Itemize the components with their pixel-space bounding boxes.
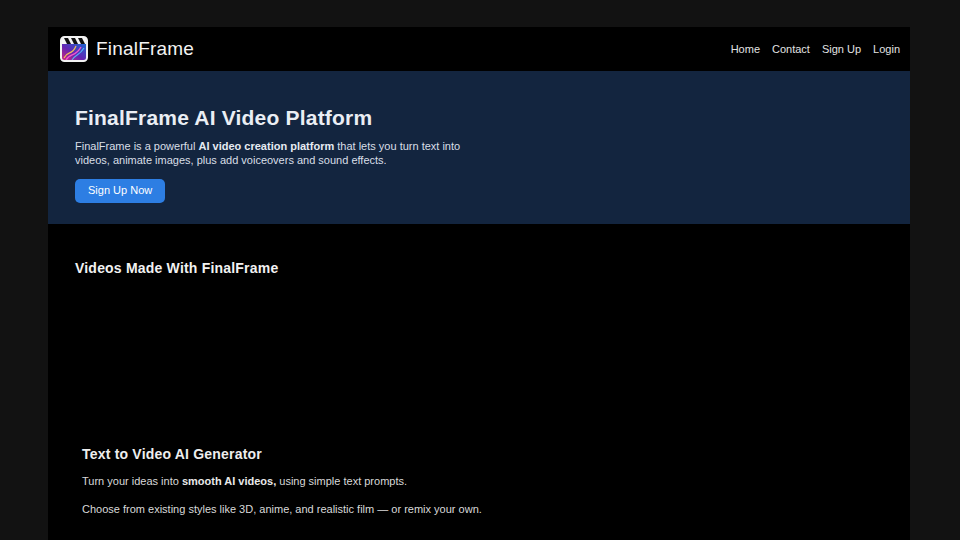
page-container: FinalFrame Home Contact Sign Up Login Fi… bbox=[48, 27, 910, 540]
navbar: FinalFrame Home Contact Sign Up Login bbox=[48, 27, 910, 71]
hero-description-pre: FinalFrame is a powerful bbox=[75, 140, 199, 152]
main-content: Videos Made With FinalFrame Text to Vide… bbox=[48, 224, 910, 540]
hero-description: FinalFrame is a powerful AI video creati… bbox=[75, 140, 473, 167]
text-to-video-line1: Turn your ideas into smooth AI videos, u… bbox=[82, 475, 910, 487]
text-to-video-heading: Text to Video AI Generator bbox=[82, 447, 910, 462]
nav-link-contact[interactable]: Contact bbox=[772, 43, 810, 55]
text-to-video-line2: Choose from existing styles like 3D, ani… bbox=[82, 503, 910, 515]
text-to-video-section: Text to Video AI Generator Turn your ide… bbox=[48, 447, 910, 515]
t2v-line1-bold: smooth AI videos, bbox=[182, 475, 276, 487]
hero-description-bold: AI video creation platform bbox=[199, 140, 335, 152]
brand-name: FinalFrame bbox=[96, 38, 194, 60]
nav-links: Home Contact Sign Up Login bbox=[731, 43, 900, 55]
t2v-line1-pre: Turn your ideas into bbox=[82, 475, 182, 487]
clapperboard-icon bbox=[60, 36, 88, 62]
videos-section-heading: Videos Made With FinalFrame bbox=[75, 260, 910, 276]
nav-link-signup[interactable]: Sign Up bbox=[822, 43, 861, 55]
signup-now-button[interactable]: Sign Up Now bbox=[75, 179, 165, 203]
videos-grid bbox=[48, 276, 910, 447]
hero-section: FinalFrame AI Video Platform FinalFrame … bbox=[48, 71, 910, 224]
t2v-line1-post: using simple text prompts. bbox=[276, 475, 407, 487]
nav-link-home[interactable]: Home bbox=[731, 43, 760, 55]
hero-title: FinalFrame AI Video Platform bbox=[75, 105, 870, 130]
nav-link-login[interactable]: Login bbox=[873, 43, 900, 55]
brand-logo[interactable]: FinalFrame bbox=[60, 36, 194, 62]
